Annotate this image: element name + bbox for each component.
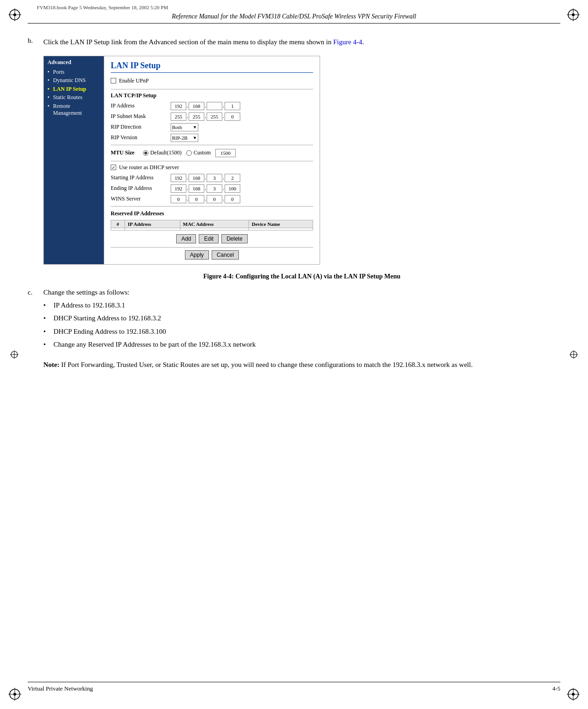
start-ip-4[interactable]: 2 bbox=[225, 174, 240, 182]
sidebar-item-lan-ip-setup[interactable]: • LAN IP Setup bbox=[48, 86, 100, 93]
ending-ip-fields: 192 . 168 . 3 . 100 bbox=[171, 184, 240, 193]
svg-point-7 bbox=[572, 13, 575, 16]
delete-button[interactable]: Delete bbox=[221, 234, 248, 243]
chevron-down-icon: ▼ bbox=[193, 125, 197, 130]
mtu-default-radio[interactable]: Default(1500) bbox=[143, 149, 182, 156]
action-buttons-row: Add Edit Delete bbox=[111, 234, 313, 243]
sidebar: Advanced • Ports • Dynamic DNS • LAN IP … bbox=[44, 56, 104, 264]
use-dhcp-checkbox[interactable]: ✓ bbox=[111, 165, 116, 170]
top-bar: FVM318.book Page 5 Wednesday, September … bbox=[37, 5, 168, 10]
sidebar-label-lan-ip-setup: LAN IP Setup bbox=[53, 86, 86, 93]
start-ip-3[interactable]: 3 bbox=[207, 174, 222, 182]
enable-upnp-label: Enable UPnP bbox=[119, 77, 148, 84]
start-ip-2[interactable]: 168 bbox=[189, 174, 204, 182]
ip-subnet-row: IP Subnet Mask 255 . 255 . 255 . 0 bbox=[111, 112, 313, 121]
subnet-2[interactable]: 255 bbox=[189, 112, 204, 121]
subitem-1: IP Address to 192.168.3.1 bbox=[53, 300, 125, 311]
use-dhcp-row: ✓ Use router as DHCP server bbox=[111, 164, 313, 171]
subnet-4[interactable]: 0 bbox=[225, 112, 240, 121]
bullet-icon: • bbox=[48, 86, 51, 93]
mtu-row: MTU Size Default(1500) Custom 1500 bbox=[111, 149, 313, 157]
rip-direction-select[interactable]: Both ▼ bbox=[171, 123, 198, 131]
figure-container: Advanced • Ports • Dynamic DNS • LAN IP … bbox=[43, 56, 320, 265]
end-ip-2[interactable]: 168 bbox=[189, 184, 204, 193]
table-header-row: # IP Address MAC Address Device Name bbox=[111, 220, 313, 228]
panel-title: LAN IP Setup bbox=[111, 61, 313, 73]
rip-direction-value: Both bbox=[172, 124, 182, 130]
use-dhcp-label: Use router as DHCP server bbox=[119, 164, 179, 171]
ip-subnet-fields: 255 . 255 . 255 . 0 bbox=[171, 112, 240, 121]
cross-mark-right bbox=[570, 350, 578, 359]
add-button[interactable]: Add bbox=[176, 234, 196, 243]
radio-default-icon bbox=[143, 150, 148, 156]
ip-addr-4[interactable]: 1 bbox=[225, 102, 240, 110]
col-hash: # bbox=[111, 220, 125, 228]
bullet-icon: • bbox=[43, 339, 50, 350]
divider-4 bbox=[111, 206, 313, 207]
enable-upnp-row: Enable UPnP bbox=[111, 77, 313, 84]
sidebar-item-ports[interactable]: • Ports bbox=[48, 69, 100, 76]
cancel-button[interactable]: Cancel bbox=[212, 250, 239, 260]
sidebar-item-dynamic-dns[interactable]: • Dynamic DNS bbox=[48, 77, 100, 84]
bullet-icon: • bbox=[43, 300, 50, 311]
item-b-text-before: Click the LAN IP Setup link from the Adv… bbox=[43, 38, 333, 46]
bullet-icon: • bbox=[48, 77, 51, 84]
col-device-name: Device Name bbox=[249, 220, 313, 228]
sidebar-item-remote-management[interactable]: • Remote Management bbox=[48, 103, 100, 117]
corner-mark-tr bbox=[567, 8, 580, 21]
corner-mark-br bbox=[567, 688, 580, 701]
lan-tcpip-label: LAN TCP/IP Setup bbox=[111, 92, 313, 99]
ip-addr-3[interactable] bbox=[207, 102, 222, 110]
corner-mark-tl bbox=[8, 8, 21, 21]
table-row bbox=[111, 228, 313, 230]
edit-button[interactable]: Edit bbox=[199, 234, 219, 243]
list-item: • DHCP Ending Address to 192.168.3.100 bbox=[43, 326, 256, 337]
subnet-1[interactable]: 255 bbox=[171, 112, 186, 121]
end-ip-4[interactable]: 100 bbox=[225, 184, 240, 193]
start-ip-1[interactable]: 192 bbox=[171, 174, 186, 182]
item-c-text: Change the settings as follows: bbox=[43, 289, 130, 296]
subnet-3[interactable]: 255 bbox=[207, 112, 222, 121]
item-c-label: c. bbox=[28, 289, 38, 353]
sidebar-label-static-routes: Static Routes bbox=[53, 94, 83, 101]
mtu-custom-input[interactable]: 1500 bbox=[215, 149, 236, 157]
wins-server-row: WINS Server 0 . 0 . 0 . 0 bbox=[111, 195, 313, 203]
rip-direction-label: RIP Direction bbox=[111, 124, 171, 130]
wins-2[interactable]: 0 bbox=[189, 195, 204, 203]
page-header: Reference Manual for the Model FVM318 Ca… bbox=[28, 13, 560, 24]
end-ip-3[interactable]: 3 bbox=[207, 184, 222, 193]
radio-custom-icon bbox=[186, 150, 192, 156]
divider-2 bbox=[111, 145, 313, 145]
list-item: • DHCP Starting Address to 192.168.3.2 bbox=[43, 313, 256, 324]
chevron-down-icon-2: ▼ bbox=[193, 136, 197, 140]
ip-addr-2[interactable]: 168 bbox=[189, 102, 204, 110]
end-ip-1[interactable]: 192 bbox=[171, 184, 186, 193]
enable-upnp-checkbox[interactable] bbox=[111, 78, 116, 83]
footer-left: Virtual Private Networking bbox=[28, 685, 93, 692]
ip-addr-1[interactable]: 192 bbox=[171, 102, 186, 110]
item-c-content: Change the settings as follows: • IP Add… bbox=[43, 289, 256, 353]
cross-mark-left bbox=[10, 350, 18, 359]
rip-version-select[interactable]: RIP-2B ▼ bbox=[171, 134, 198, 142]
divider-5 bbox=[111, 247, 313, 248]
sidebar-label-ports: Ports bbox=[53, 69, 65, 76]
mtu-custom-label: Custom bbox=[194, 149, 211, 156]
note-block: Note: If Port Forwarding, Trusted User, … bbox=[43, 359, 560, 370]
starting-ip-label: Starting IP Address bbox=[111, 174, 171, 181]
list-item: • IP Address to 192.168.3.1 bbox=[43, 300, 256, 311]
bullet-icon: • bbox=[43, 313, 50, 324]
rip-version-row: RIP Version RIP-2B ▼ bbox=[111, 134, 313, 142]
ending-ip-label: Ending IP Address bbox=[111, 185, 171, 192]
apply-button[interactable]: Apply bbox=[185, 250, 209, 260]
wins-4[interactable]: 0 bbox=[225, 195, 240, 203]
sidebar-item-static-routes[interactable]: • Static Routes bbox=[48, 94, 100, 101]
wins-1[interactable]: 0 bbox=[171, 195, 186, 203]
mtu-label: MTU Size bbox=[111, 149, 135, 156]
wins-3[interactable]: 0 bbox=[207, 195, 222, 203]
figure-link[interactable]: Figure 4-4 bbox=[333, 38, 362, 46]
ip-address-label: IP Address bbox=[111, 102, 171, 109]
wins-server-label: WINS Server bbox=[111, 195, 171, 202]
mtu-custom-radio[interactable]: Custom bbox=[186, 149, 211, 156]
reserved-table: # IP Address MAC Address Device Name bbox=[111, 220, 313, 230]
subitem-2: DHCP Starting Address to 192.168.3.2 bbox=[53, 313, 161, 324]
